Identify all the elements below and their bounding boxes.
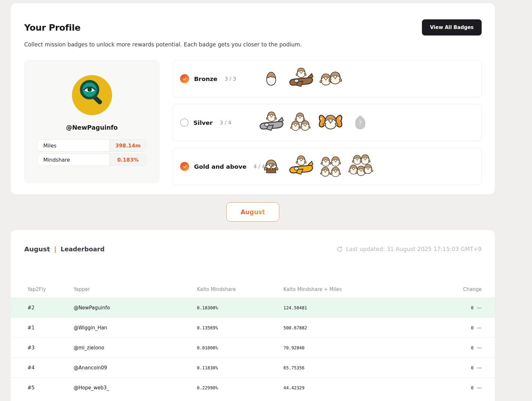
row-kaito-mindshare-miles: 44.42329	[283, 385, 440, 390]
last-updated-text: Last updated: 31 August 2025 17:15:03 GM…	[346, 246, 482, 252]
badge-birds-quad-icon[interactable]	[316, 155, 345, 178]
leaderboard-row-3[interactable]: #3@mi_zielono0.01000%70.928400—	[11, 337, 495, 357]
row-rank: #4	[27, 365, 74, 371]
svg-text:?: ?	[359, 120, 362, 126]
row-change-dash: —	[477, 305, 482, 311]
row-change: 0—	[440, 305, 482, 311]
tier-badges-silver: ?	[256, 104, 375, 141]
mindshare-label: Mindshare	[37, 154, 109, 165]
tier-incomplete-circle-icon	[180, 118, 189, 127]
row-change-value: 0	[471, 385, 474, 390]
mindshare-value: 0.183%	[109, 154, 146, 165]
badge-bird-monocle-icon[interactable]	[256, 158, 286, 175]
tier-count-silver: 3 / 4	[220, 120, 231, 126]
row-rank: #5	[27, 385, 74, 391]
row-kaito-mindshare: 0.11830%	[197, 365, 283, 370]
row-change: 0—	[440, 365, 482, 371]
month-button-label: August	[240, 208, 265, 216]
row-change-value: 0	[471, 325, 474, 330]
badge-egg-chick-icon[interactable]	[256, 70, 286, 87]
row-change-dash: —	[477, 345, 482, 351]
row-rank: #2	[27, 305, 74, 311]
column-header-kaito-mindshare: Kaito Mindshare	[197, 286, 283, 292]
leaderboard-table: Yap2Fly Yapper Kaito Mindshare Kaito Min…	[11, 281, 495, 397]
tier-label-silver: Silver	[193, 119, 213, 126]
month-button-august[interactable]: August	[226, 202, 279, 222]
avatar	[72, 75, 112, 115]
stat-row-miles: Miles 398.14m	[37, 139, 147, 152]
row-kaito-mindshare-miles: 500.67882	[283, 325, 440, 330]
column-header-yapper: Yapper	[74, 286, 197, 292]
badge-locked-question-icon[interactable]: ?	[345, 114, 375, 131]
leaderboard-row-4[interactable]: #4@Anancoin090.11830%65.753560—	[11, 357, 495, 377]
page-title: Your Profile	[24, 23, 80, 33]
leaderboard-row-5[interactable]: #5@Hope_web3_0.22990%44.423290—	[11, 377, 495, 397]
miles-label: Miles	[37, 140, 109, 151]
tier-badges-gold-and-above	[256, 148, 375, 185]
month-selector-wrap: August	[11, 202, 495, 222]
magnifying-glass-eye-icon	[72, 75, 112, 115]
badge-tiers: Bronze3 / 3 Silver3 / 4 ?Gold and above4…	[173, 60, 482, 185]
row-kaito-mindshare: 0.22990%	[197, 385, 283, 390]
tier-complete-check-icon	[180, 162, 189, 171]
row-yapper-handle: @mi_zielono	[74, 345, 197, 351]
tier-count-bronze: 3 / 3	[224, 76, 236, 82]
row-change: 0—	[440, 345, 482, 351]
leaderboard-header: August | Leaderboard Last updated: 31 Au…	[11, 244, 495, 254]
leaderboard-body: #2@NewPaguinfo0.18300%124.504810—#1@Wigg…	[11, 297, 495, 397]
row-kaito-mindshare-miles: 124.50481	[283, 305, 440, 310]
leaderboard-card: August | Leaderboard Last updated: 31 Au…	[11, 230, 495, 401]
row-kaito-mindshare: 0.01000%	[197, 345, 283, 350]
row-change-dash: —	[477, 385, 482, 391]
row-change-value: 0	[471, 305, 474, 310]
profile-card-header: Your Profile View All Badges	[24, 19, 482, 35]
row-change-value: 0	[471, 345, 474, 350]
user-stats: Miles 398.14m Mindshare 0.183%	[37, 139, 147, 166]
tier-card-gold-and-above: Gold and above4 / 4	[173, 148, 482, 185]
row-kaito-mindshare: 0.13569%	[197, 325, 283, 330]
row-kaito-mindshare: 0.18300%	[197, 305, 283, 310]
badge-bird-plane-brown-icon[interactable]	[286, 66, 316, 92]
row-yapper-handle: @Anancoin09	[74, 365, 197, 371]
row-rank: #3	[27, 345, 74, 351]
user-panel: @NewPaguinfo Miles 398.14m Mindshare 0.1…	[24, 60, 159, 183]
last-updated: Last updated: 31 August 2025 17:15:03 GM…	[336, 246, 482, 253]
row-yapper-handle: @Wiggin_Han	[74, 325, 197, 331]
stat-row-mindshare: Mindshare 0.183%	[37, 154, 147, 166]
badge-birds-trio-icon[interactable]	[286, 111, 316, 134]
badge-bird-butterfly-icon[interactable]	[316, 110, 345, 135]
leaderboard-label: Leaderboard	[61, 246, 105, 253]
user-handle: @NewPaguinfo	[66, 124, 118, 131]
column-header-kaito-mindshare-miles: Kaito Mindshare + Miles	[283, 286, 440, 292]
row-change-dash: —	[477, 365, 482, 371]
leaderboard-column-headers: Yap2Fly Yapper Kaito Mindshare Kaito Min…	[11, 281, 495, 297]
row-change: 0—	[440, 325, 482, 331]
row-kaito-mindshare-miles: 70.92840	[283, 345, 440, 350]
leaderboard-title: August | Leaderboard	[24, 245, 105, 253]
tier-complete-check-icon	[180, 74, 189, 83]
row-change-dash: —	[477, 325, 482, 331]
tier-status-bronze: Bronze3 / 3	[180, 60, 236, 97]
leaderboard-month: August	[24, 245, 50, 253]
refresh-icon[interactable]	[336, 246, 343, 253]
miles-value: 398.14m	[109, 140, 146, 151]
column-header-yap2fly: Yap2Fly	[27, 286, 74, 292]
view-all-badges-button[interactable]: View All Badges	[422, 19, 482, 35]
badge-birds-flock-icon[interactable]	[345, 154, 375, 179]
tier-label-gold-and-above: Gold and above	[194, 163, 246, 170]
leaderboard-row-1[interactable]: #1@Wiggin_Han0.13569%500.678820—	[11, 317, 495, 337]
row-yapper-handle: @Hope_web3_	[74, 385, 197, 391]
column-header-change: Change	[440, 286, 482, 292]
row-change-value: 0	[471, 365, 474, 370]
badge-bird-plane-yellow-icon[interactable]	[286, 154, 316, 179]
tier-status-silver: Silver3 / 4	[180, 104, 231, 141]
title-separator: |	[54, 246, 56, 253]
your-profile-card: Your Profile View All Badges Collect mis…	[11, 3, 495, 195]
leaderboard-row-2[interactable]: #2@NewPaguinfo0.18300%124.504810—	[11, 297, 495, 317]
badge-birds-pair-icon[interactable]	[316, 66, 345, 91]
profile-subtitle: Collect mission badges to unlock more re…	[24, 41, 482, 48]
badge-bird-plane-gray-icon[interactable]	[256, 110, 286, 135]
profile-content: @NewPaguinfo Miles 398.14m Mindshare 0.1…	[24, 60, 482, 185]
page: Your Profile View All Badges Collect mis…	[0, 0, 532, 401]
tier-label-bronze: Bronze	[194, 75, 217, 82]
